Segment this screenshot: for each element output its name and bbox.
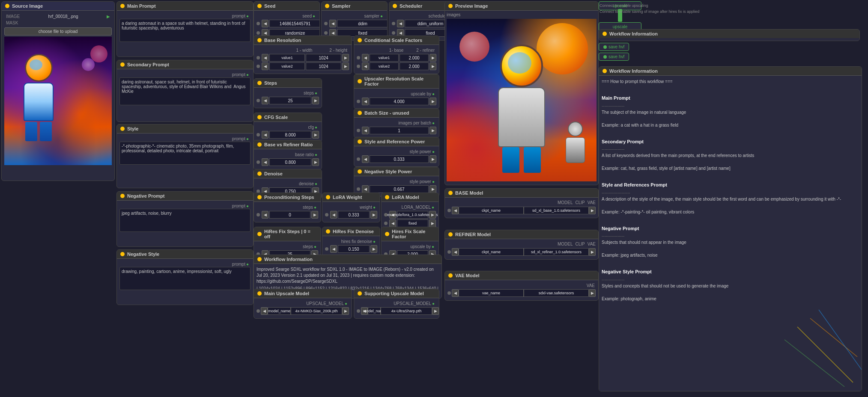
lora-weight-left-arrow[interactable]: ◀	[330, 211, 337, 219]
refiner-model-right-arrow[interactable]: ▶	[589, 248, 596, 256]
upscaler-res-left-arrow[interactable]: ◀	[362, 98, 369, 105]
batch-right-arrow[interactable]: ▶	[430, 127, 436, 134]
cond-v2-right-arrow[interactable]: ▶	[430, 62, 436, 70]
sched-left-arrow[interactable]: ◀	[397, 20, 404, 27]
cond-v1-left-arrow[interactable]: ◀	[362, 54, 369, 62]
precond-left-arrow[interactable]: ◀	[262, 211, 268, 219]
lora-model-right-arrow[interactable]: ▶	[429, 211, 436, 219]
style-textarea[interactable]: -*-photographic-*- cinematic photo, 35mm…	[119, 142, 251, 165]
steps-left-arrow[interactable]: ◀	[262, 97, 268, 104]
vae-model-title: VAE Model	[455, 273, 480, 278]
hires-denoise-right-arrow[interactable]: ▶	[370, 245, 377, 253]
negative-prompt-textarea[interactable]: jpeg artifacts, noise, blurry	[119, 209, 251, 232]
base-refiner-left-arrow[interactable]: ◀	[262, 158, 268, 166]
save-hvf-2-button[interactable]: save hvf	[599, 53, 629, 61]
secondary-prompt-textarea[interactable]: daring astronaut, space suit, helmet, in…	[119, 77, 251, 105]
refiner-model-header: REFINER Model	[445, 230, 598, 239]
negative-style-dot	[120, 252, 125, 256]
workflow-neg-style-example-label: Example:	[602, 296, 620, 301]
cond-v1-right-arrow[interactable]: ▶	[430, 54, 436, 62]
char-visor	[30, 59, 42, 70]
base-refiner-conn: ●	[315, 152, 317, 157]
lora-weight-right-arrow[interactable]: ▶	[370, 211, 377, 219]
cfg-left-arrow[interactable]: ◀	[262, 131, 268, 139]
support-upscale-right-arrow[interactable]: ▶	[432, 307, 439, 315]
source-image-dot	[5, 4, 9, 8]
style-header: Style	[117, 124, 253, 133]
main-prompt-textarea[interactable]: a daring astronaut in a space suit with …	[119, 19, 251, 42]
seed-header: Seed	[254, 2, 319, 11]
main-upscale-right-arrow[interactable]: ▶	[342, 307, 349, 315]
upscaler-res-title: Upscaler Resolution Scale Factor	[364, 76, 435, 86]
lora-ctrl-left-arrow[interactable]: ◀	[389, 219, 396, 227]
preview-image-dot	[448, 4, 453, 8]
lora-ctrl-value: fixed	[397, 219, 428, 227]
base-res-title: Base Resolution	[264, 38, 301, 43]
neg-style-power-left-arrow[interactable]: ◀	[362, 185, 369, 193]
main-prompt-node: Main Prompt prompt ● a daring astronaut …	[116, 1, 254, 57]
style-ref-right-arrow[interactable]: ▶	[430, 155, 436, 163]
vae-model-right-arrow[interactable]: ▶	[589, 289, 596, 297]
negative-prompt-node: Negative Prompt prompt ● jpeg artifacts,…	[116, 191, 254, 247]
seed-label: seed	[302, 14, 312, 18]
hires-denoise-left-arrow[interactable]: ◀	[330, 245, 337, 253]
seed-left-arrow[interactable]: ◀	[262, 20, 268, 27]
base-refiner-node: Base vs Refiner Ratio base ratio ● ◀ 0.8…	[254, 140, 322, 170]
base-res-height-label: 2 - height	[329, 48, 347, 53]
main-upscale-left-arrow[interactable]: ◀	[261, 307, 268, 315]
main-upscale-left-conn	[257, 309, 260, 313]
style-label: prompt	[232, 136, 245, 141]
seed-control-left	[257, 31, 260, 35]
support-upscale-title: Supporting Upscale Model	[364, 291, 424, 296]
base-model-left-arrow[interactable]: ◀	[452, 207, 459, 214]
save-hvf-1-button[interactable]: save hvf	[599, 43, 629, 51]
neg-style-power-right-arrow[interactable]: ▶	[430, 185, 436, 193]
lora-model-title: LoRA Model	[392, 195, 419, 200]
preview-images-label: images	[447, 12, 597, 17]
lora-ctrl-right-arrow[interactable]: ▶	[429, 219, 436, 227]
negative-style-textarea[interactable]: drawing, painting, cartoon, anime, impre…	[119, 267, 251, 290]
hires-steps-conn: ●	[314, 244, 316, 249]
lora-weight-title: LoRA Weight	[333, 195, 362, 200]
sampler-left-arrow[interactable]: ◀	[329, 20, 336, 27]
cond-v1-label: value1	[370, 54, 399, 62]
base-res-v1-label: value1	[269, 54, 305, 62]
precond-right-arrow[interactable]: ▶	[311, 211, 318, 219]
base-res-v1-right-arrow[interactable]: ▶	[342, 54, 349, 62]
character-figure	[13, 54, 64, 161]
style-ref-left-arrow[interactable]: ◀	[362, 155, 369, 163]
cond-v2-left-arrow[interactable]: ◀	[362, 62, 369, 70]
upscaler-res-right-arrow[interactable]: ▶	[430, 98, 436, 105]
base-res-v2-left-arrow[interactable]: ◀	[262, 62, 268, 70]
support-upscale-node: Supporting Upscale Model UPSCALE_MODEL ●…	[354, 289, 439, 319]
vae-model-left-arrow[interactable]: ◀	[452, 289, 459, 297]
style-ref-label: style power	[409, 149, 431, 154]
cond-scale-header: Conditional Scale Factors	[354, 36, 439, 45]
main-upscale-field: model_name	[268, 307, 291, 315]
steps-title: Steps	[264, 80, 277, 86]
base-model-right-arrow[interactable]: ▶	[589, 207, 596, 214]
base-vae-label: VAE	[588, 200, 596, 205]
refiner-model-label: MODEL	[558, 242, 573, 246]
steps-right-arrow[interactable]: ▶	[312, 97, 319, 104]
batch-left-arrow[interactable]: ◀	[362, 127, 369, 134]
seed-node: Seed seed ● ◀ 1468615445791 ▶ ◀ randomiz…	[254, 1, 320, 41]
base-res-v2-right-arrow[interactable]: ▶	[342, 62, 349, 70]
base-res-v1-left-arrow[interactable]: ◀	[262, 54, 268, 62]
refiner-model-left-arrow[interactable]: ◀	[452, 248, 459, 256]
upscaler-res-dot	[358, 79, 362, 83]
base-refiner-right-arrow[interactable]: ▶	[312, 158, 319, 166]
upload-button[interactable]: choose file to upload	[4, 27, 112, 36]
negative-style-title: Negative Style	[127, 252, 159, 257]
cfg-right-arrow[interactable]: ▶	[312, 131, 319, 139]
base-model-title: BASE Model	[455, 190, 483, 196]
workflow-desc-dot	[603, 69, 607, 73]
workflow-neg-divider: ----------------	[602, 233, 859, 239]
lora-model-node: LoRA Model LORA_MODEL ● ◀ example/lora_1…	[381, 193, 439, 231]
precond-left	[257, 213, 260, 216]
bg-figure-head	[568, 121, 583, 136]
vae-model-left-conn	[447, 291, 451, 295]
workflow-main-prompt-title: Main Prompt	[602, 95, 859, 102]
style-ref-header: Style and Reference Power	[354, 137, 439, 146]
steps-conn: ●	[315, 91, 317, 95]
